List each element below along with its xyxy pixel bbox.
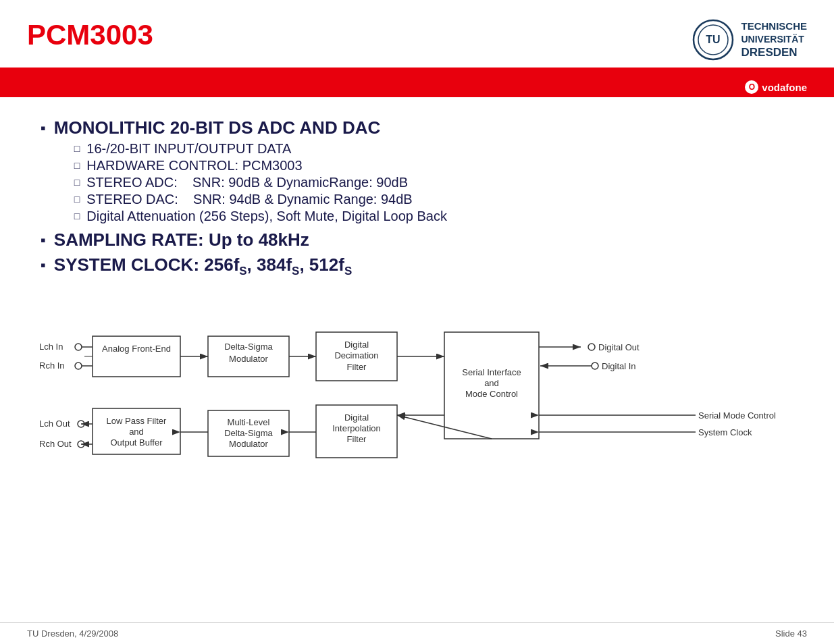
bullet-1-text: MONOLITHIC 20-BIT DS ADC AND DAC xyxy=(54,117,793,138)
diagram-svg: Lch In Rch In Analog Front-End Delta-Sig… xyxy=(14,290,820,479)
svg-text:TU: TU xyxy=(706,34,721,45)
lch-in-label: Lch In xyxy=(39,342,63,352)
serial-iface-text1: Serial Interface xyxy=(462,367,521,377)
slide-title: PCM3003 xyxy=(27,19,153,51)
logo-area: TU TECHNISCHE UNIVERSITÄT DRESDEN xyxy=(692,19,807,61)
ml-text1: Multi-Level xyxy=(228,417,270,427)
ml-text3: Modulator xyxy=(229,439,268,449)
digital-out-label: Digital Out xyxy=(598,342,640,352)
digital-out-circle xyxy=(588,344,595,350)
serial-iface-text2: and xyxy=(484,378,499,388)
system-clock-label: System Clock xyxy=(698,427,752,437)
footer-left: TU Dresden, 4/29/2008 xyxy=(27,628,118,639)
serial-iface-text3: Mode Control xyxy=(465,389,518,399)
interp-text1: Digital xyxy=(344,412,369,423)
rch-in-circle xyxy=(75,363,82,369)
header-bar-container: O vodafone xyxy=(0,68,834,97)
bullet-1: MONOLITHIC 20-BIT DS ADC AND DAC 16-/20-… xyxy=(41,117,793,225)
sub-item-4: STEREO DAC: SNR: 94dB & Dynamic Range: 9… xyxy=(54,192,793,207)
sub-item-1: 16-/20-BIT INPUT/OUTPUT DATA xyxy=(54,141,793,157)
decimation-text3: Filter xyxy=(347,362,367,372)
interp-text3: Filter xyxy=(347,434,367,444)
footer-right: Slide 43 xyxy=(775,628,807,639)
tu-logo-text: TECHNISCHE UNIVERSITÄT DRESDEN xyxy=(741,20,807,60)
main-content: MONOLITHIC 20-BIT DS ADC AND DAC 16-/20-… xyxy=(0,97,834,278)
sub-item-1-text: 16-/20-BIT INPUT/OUTPUT DATA xyxy=(86,141,291,157)
sub-item-3-text: STEREO ADC: SNR: 90dB & DynamicRange: 90… xyxy=(86,175,408,190)
ml-text2: Delta-Sigma xyxy=(224,428,273,438)
decimation-text1: Digital xyxy=(344,340,369,350)
bullet-3-text: SYSTEM CLOCK: 256fS, 384fS, 512fS xyxy=(54,254,352,275)
lpf-text3: Output Buffer xyxy=(110,437,163,448)
sub-item-4-text: STEREO DAC: SNR: 94dB & Dynamic Range: 9… xyxy=(86,192,412,207)
vodafone-icon: O xyxy=(745,80,758,94)
lpf-text1: Low Pass Filter xyxy=(107,416,167,426)
footer: TU Dresden, 4/29/2008 Slide 43 xyxy=(0,622,834,644)
delta-sigma-text2: Modulator xyxy=(229,354,268,364)
bullet-3: SYSTEM CLOCK: 256fS, 384fS, 512fS xyxy=(41,254,793,278)
sub-item-3: STEREO ADC: SNR: 90dB & DynamicRange: 90… xyxy=(54,175,793,190)
sub-item-2: HARDWARE CONTROL: PCM3003 xyxy=(54,158,793,173)
delta-sigma-text1: Delta-Sigma xyxy=(224,342,273,352)
rch-out-label: Rch Out xyxy=(39,439,72,449)
sub-list-1: 16-/20-BIT INPUT/OUTPUT DATA HARDWARE CO… xyxy=(54,141,793,224)
block-diagram: Lch In Rch In Analog Front-End Delta-Sig… xyxy=(14,290,820,479)
digital-in-circle xyxy=(592,363,598,369)
digital-in-label: Digital In xyxy=(602,361,636,371)
bullet-2-text: SAMPLING RATE: Up to 48kHz xyxy=(54,230,309,250)
tu-logo-icon: TU xyxy=(692,19,734,61)
lpf-text2: and xyxy=(129,427,144,437)
decimation-text2: Decimation xyxy=(334,350,378,360)
analog-front-end-text1: Analog Front-End xyxy=(102,344,171,354)
sub-item-2-text: HARDWARE CONTROL: PCM3003 xyxy=(86,158,302,173)
header: PCM3003 TU TECHNISCHE UNIVERSITÄT DRESDE… xyxy=(0,0,834,61)
analog-front-end-box xyxy=(93,336,180,377)
vodafone-bar: O vodafone xyxy=(0,77,834,97)
interp-text2: Interpolation xyxy=(332,423,381,433)
rch-in-label: Rch In xyxy=(39,360,65,371)
main-bullet-list: MONOLITHIC 20-BIT DS ADC AND DAC 16-/20-… xyxy=(41,117,793,278)
lch-out-label: Lch Out xyxy=(39,419,70,429)
tu-logo: TU TECHNISCHE UNIVERSITÄT DRESDEN xyxy=(692,19,807,61)
lch-in-circle xyxy=(75,344,82,350)
red-divider-bar xyxy=(0,68,834,77)
vodafone-label: O vodafone xyxy=(745,80,807,94)
serial-mode-label: Serial Mode Control xyxy=(698,410,776,421)
bullet-2: SAMPLING RATE: Up to 48kHz xyxy=(41,230,793,250)
sub-item-5-text: Digital Attenuation (256 Steps), Soft Mu… xyxy=(86,209,447,224)
sub-item-5: Digital Attenuation (256 Steps), Soft Mu… xyxy=(54,209,793,224)
